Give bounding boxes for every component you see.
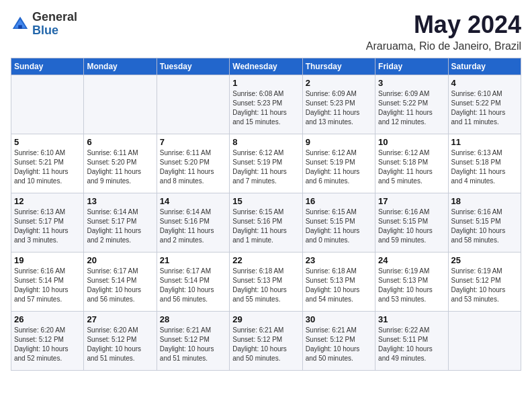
calendar-cell: 13Sunrise: 6:14 AM Sunset: 5:17 PM Dayli… <box>84 193 157 253</box>
calendar-cell: 16Sunrise: 6:15 AM Sunset: 5:15 PM Dayli… <box>302 193 375 253</box>
title-block: May 2024 Araruama, Rio de Janeiro, Brazi… <box>366 11 521 52</box>
day-info: Sunrise: 6:08 AM Sunset: 5:23 PM Dayligh… <box>232 89 299 127</box>
logo: General Blue <box>11 11 77 38</box>
calendar-cell: 22Sunrise: 6:18 AM Sunset: 5:13 PM Dayli… <box>230 253 302 312</box>
day-number: 13 <box>87 196 153 206</box>
calendar-cell: 3Sunrise: 6:09 AM Sunset: 5:22 PM Daylig… <box>375 75 448 134</box>
calendar-cell: 29Sunrise: 6:21 AM Sunset: 5:12 PM Dayli… <box>230 312 302 371</box>
svg-rect-2 <box>18 25 22 29</box>
calendar-cell: 10Sunrise: 6:12 AM Sunset: 5:18 PM Dayli… <box>375 134 448 193</box>
calendar-week-row: 5Sunrise: 6:10 AM Sunset: 5:21 PM Daylig… <box>11 134 521 193</box>
day-number: 23 <box>306 255 372 265</box>
day-info: Sunrise: 6:13 AM Sunset: 5:17 PM Dayligh… <box>14 208 81 245</box>
calendar-cell <box>84 75 157 134</box>
day-info: Sunrise: 6:12 AM Sunset: 5:18 PM Dayligh… <box>378 148 445 186</box>
day-number: 26 <box>14 314 81 324</box>
day-info: Sunrise: 6:13 AM Sunset: 5:18 PM Dayligh… <box>451 148 518 186</box>
logo-icon <box>11 15 30 34</box>
day-info: Sunrise: 6:16 AM Sunset: 5:15 PM Dayligh… <box>451 208 518 245</box>
calendar-cell: 8Sunrise: 6:12 AM Sunset: 5:19 PM Daylig… <box>230 134 302 193</box>
day-info: Sunrise: 6:19 AM Sunset: 5:12 PM Dayligh… <box>451 267 518 304</box>
day-info: Sunrise: 6:14 AM Sunset: 5:16 PM Dayligh… <box>160 208 226 245</box>
day-info: Sunrise: 6:22 AM Sunset: 5:11 PM Dayligh… <box>378 326 445 363</box>
day-info: Sunrise: 6:18 AM Sunset: 5:13 PM Dayligh… <box>306 267 372 304</box>
day-info: Sunrise: 6:17 AM Sunset: 5:14 PM Dayligh… <box>87 267 153 304</box>
day-info: Sunrise: 6:15 AM Sunset: 5:16 PM Dayligh… <box>232 208 299 245</box>
day-number: 5 <box>14 137 81 147</box>
day-info: Sunrise: 6:12 AM Sunset: 5:19 PM Dayligh… <box>232 148 299 186</box>
day-number: 18 <box>451 196 518 206</box>
day-number: 22 <box>232 255 299 265</box>
logo-text: General Blue <box>32 11 77 38</box>
calendar-cell: 27Sunrise: 6:20 AM Sunset: 5:12 PM Dayli… <box>84 312 157 371</box>
calendar-cell: 15Sunrise: 6:15 AM Sunset: 5:16 PM Dayli… <box>230 193 302 253</box>
header-row: SundayMondayTuesdayWednesdayThursdayFrid… <box>11 58 521 75</box>
calendar-cell: 21Sunrise: 6:17 AM Sunset: 5:14 PM Dayli… <box>157 253 229 312</box>
day-number: 21 <box>160 255 226 265</box>
day-number: 17 <box>378 196 445 206</box>
calendar-week-row: 26Sunrise: 6:20 AM Sunset: 5:12 PM Dayli… <box>11 312 521 371</box>
day-info: Sunrise: 6:12 AM Sunset: 5:19 PM Dayligh… <box>306 148 372 186</box>
calendar-cell: 9Sunrise: 6:12 AM Sunset: 5:19 PM Daylig… <box>302 134 375 193</box>
day-info: Sunrise: 6:20 AM Sunset: 5:12 PM Dayligh… <box>14 326 81 363</box>
day-info: Sunrise: 6:09 AM Sunset: 5:23 PM Dayligh… <box>306 89 372 127</box>
calendar-cell: 23Sunrise: 6:18 AM Sunset: 5:13 PM Dayli… <box>302 253 375 312</box>
calendar-cell <box>448 312 521 371</box>
calendar-cell: 7Sunrise: 6:11 AM Sunset: 5:20 PM Daylig… <box>157 134 229 193</box>
day-info: Sunrise: 6:14 AM Sunset: 5:17 PM Dayligh… <box>87 208 153 245</box>
day-number: 28 <box>160 314 226 324</box>
header-day: Wednesday <box>230 58 302 75</box>
day-info: Sunrise: 6:10 AM Sunset: 5:22 PM Dayligh… <box>451 89 518 127</box>
day-number: 7 <box>160 137 226 147</box>
logo-blue-text: Blue <box>32 24 77 38</box>
day-number: 10 <box>378 137 445 147</box>
calendar-cell: 12Sunrise: 6:13 AM Sunset: 5:17 PM Dayli… <box>11 193 84 253</box>
day-number: 1 <box>232 78 299 88</box>
header-day: Monday <box>84 58 157 75</box>
day-info: Sunrise: 6:11 AM Sunset: 5:20 PM Dayligh… <box>160 148 226 186</box>
calendar-cell: 4Sunrise: 6:10 AM Sunset: 5:22 PM Daylig… <box>448 75 521 134</box>
calendar-cell: 19Sunrise: 6:16 AM Sunset: 5:14 PM Dayli… <box>11 253 84 312</box>
day-info: Sunrise: 6:11 AM Sunset: 5:20 PM Dayligh… <box>87 148 153 186</box>
day-number: 4 <box>451 78 518 88</box>
header-day: Friday <box>375 58 448 75</box>
calendar-week-row: 1Sunrise: 6:08 AM Sunset: 5:23 PM Daylig… <box>11 75 521 134</box>
calendar-cell: 6Sunrise: 6:11 AM Sunset: 5:20 PM Daylig… <box>84 134 157 193</box>
day-info: Sunrise: 6:09 AM Sunset: 5:22 PM Dayligh… <box>378 89 445 127</box>
page-header: General Blue May 2024 Araruama, Rio de J… <box>11 11 521 52</box>
calendar-week-row: 12Sunrise: 6:13 AM Sunset: 5:17 PM Dayli… <box>11 193 521 253</box>
day-number: 30 <box>306 314 372 324</box>
calendar-cell: 26Sunrise: 6:20 AM Sunset: 5:12 PM Dayli… <box>11 312 84 371</box>
day-info: Sunrise: 6:20 AM Sunset: 5:12 PM Dayligh… <box>87 326 153 363</box>
calendar-cell: 5Sunrise: 6:10 AM Sunset: 5:21 PM Daylig… <box>11 134 84 193</box>
day-number: 20 <box>87 255 153 265</box>
calendar-cell: 1Sunrise: 6:08 AM Sunset: 5:23 PM Daylig… <box>230 75 302 134</box>
calendar-cell: 11Sunrise: 6:13 AM Sunset: 5:18 PM Dayli… <box>448 134 521 193</box>
day-info: Sunrise: 6:17 AM Sunset: 5:14 PM Dayligh… <box>160 267 226 304</box>
calendar-subtitle: Araruama, Rio de Janeiro, Brazil <box>366 40 521 52</box>
day-number: 25 <box>451 255 518 265</box>
calendar-title: May 2024 <box>366 11 521 39</box>
calendar-cell: 25Sunrise: 6:19 AM Sunset: 5:12 PM Dayli… <box>448 253 521 312</box>
header-day: Thursday <box>302 58 375 75</box>
day-number: 14 <box>160 196 226 206</box>
day-number: 31 <box>378 314 445 324</box>
day-number: 12 <box>14 196 81 206</box>
day-number: 27 <box>87 314 153 324</box>
day-number: 6 <box>87 137 153 147</box>
calendar-cell: 31Sunrise: 6:22 AM Sunset: 5:11 PM Dayli… <box>375 312 448 371</box>
calendar-cell: 14Sunrise: 6:14 AM Sunset: 5:16 PM Dayli… <box>157 193 229 253</box>
logo-general-text: General <box>32 11 77 24</box>
calendar-table: SundayMondayTuesdayWednesdayThursdayFrid… <box>11 58 521 371</box>
day-number: 11 <box>451 137 518 147</box>
day-info: Sunrise: 6:18 AM Sunset: 5:13 PM Dayligh… <box>232 267 299 304</box>
calendar-cell: 18Sunrise: 6:16 AM Sunset: 5:15 PM Dayli… <box>448 193 521 253</box>
calendar-cell: 17Sunrise: 6:16 AM Sunset: 5:15 PM Dayli… <box>375 193 448 253</box>
calendar-cell: 20Sunrise: 6:17 AM Sunset: 5:14 PM Dayli… <box>84 253 157 312</box>
header-day: Sunday <box>11 58 84 75</box>
header-day: Saturday <box>448 58 521 75</box>
day-number: 15 <box>232 196 299 206</box>
day-info: Sunrise: 6:19 AM Sunset: 5:13 PM Dayligh… <box>378 267 445 304</box>
calendar-cell: 30Sunrise: 6:21 AM Sunset: 5:12 PM Dayli… <box>302 312 375 371</box>
day-number: 2 <box>306 78 372 88</box>
